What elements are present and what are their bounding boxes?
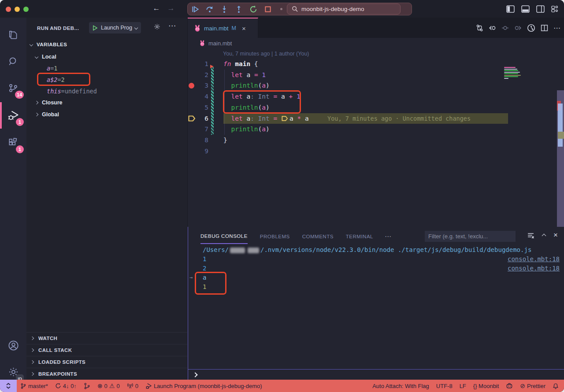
forward-icon[interactable]: → (166, 4, 176, 13)
language-status-item[interactable]: {} Moonbit (470, 383, 503, 389)
tab-problems[interactable]: PROBLEMS (260, 229, 290, 244)
sidebar-item-run-and-debug[interactable]: 1 (0, 104, 26, 127)
tab-debug-console[interactable]: DEBUG CONSOLE (200, 229, 248, 244)
launch-config-dropdown[interactable]: Launch Prog (89, 22, 141, 33)
call-stack-section-header[interactable]: CALL STACK (26, 344, 187, 356)
breakpoints-section-header[interactable]: BREAKPOINTS (26, 368, 187, 380)
breadcrumb[interactable]: main.mbt (188, 38, 564, 48)
console-row[interactable]: /Users//.nvm/versions/node/v22.3.0/bin/n… (188, 245, 564, 255)
gutter[interactable]: 8 (188, 135, 208, 146)
toggle-secondary-sidebar-icon[interactable] (536, 4, 545, 13)
gutter[interactable]: 7 (188, 124, 208, 135)
console-filter[interactable] (425, 231, 516, 242)
step-over-icon[interactable] (202, 3, 217, 15)
restart-icon[interactable] (246, 3, 260, 15)
zoom-window-button[interactable] (23, 7, 29, 12)
copilot-status-item[interactable] (502, 383, 516, 389)
console-row[interactable]: 1console.mbt:18 (188, 255, 564, 264)
customize-layout-icon[interactable] (551, 4, 560, 13)
encoding-status-item[interactable]: UTF-8 (433, 383, 456, 389)
close-window-button[interactable] (6, 7, 11, 12)
loaded-scripts-section-header[interactable]: LOADED SCRIPTS (26, 356, 187, 368)
start-debug-icon[interactable] (92, 25, 98, 31)
commit-graph-icon[interactable] (527, 24, 535, 32)
console-row[interactable]: 2console.mbt:18 (188, 264, 564, 273)
code-line-6[interactable]: 6 let a: Int = a * a (188, 113, 564, 124)
toggle-panel-icon[interactable] (521, 4, 530, 13)
scope-closure[interactable]: Closure (26, 97, 187, 108)
tab-main-mbt[interactable]: main.mbt M × (188, 18, 258, 38)
minimap[interactable] (504, 67, 522, 79)
maximize-panel-icon[interactable] (542, 231, 545, 239)
console-row[interactable]: →a (188, 273, 564, 282)
sidebar-item-search[interactable] (0, 50, 26, 73)
close-panel-icon[interactable]: × (553, 231, 558, 240)
eol-status-item[interactable]: LF (456, 383, 470, 389)
debug-session-status-item[interactable]: Launch Program (moonbit-js-debug-demo) (142, 383, 266, 389)
scrollbar-thumb[interactable] (558, 104, 563, 147)
breadcrumb-file[interactable]: main.mbt (208, 40, 232, 47)
branch-status-item[interactable]: master* (17, 383, 52, 389)
gutter[interactable]: 1 (188, 59, 208, 70)
tab-comments[interactable]: COMMENTS (302, 229, 334, 244)
sync-status-item[interactable]: 4↓ 0↑ (52, 383, 80, 389)
code-line-9[interactable]: 9 (188, 146, 564, 157)
tab-terminal[interactable]: TERMINAL (346, 229, 373, 244)
problems-status-item[interactable]: ⊗ 0 ⚠ 0 (94, 382, 123, 389)
code-line-3[interactable]: 3 println(a) (188, 80, 564, 91)
scope-global[interactable]: Global (26, 109, 187, 120)
previous-change-icon[interactable] (489, 24, 496, 32)
prettier-status-item[interactable]: ⊘ Prettier (516, 382, 549, 389)
open-changes-icon[interactable] (476, 24, 483, 32)
variable-a2[interactable]: a$2 = 2 (26, 74, 187, 85)
code-line-8[interactable]: 8} (188, 135, 564, 146)
code-line-4[interactable]: 4 let a: Int = a + 1 (188, 91, 564, 102)
toggle-primary-sidebar-icon[interactable] (506, 4, 515, 13)
debug-console-output[interactable]: /Users//.nvm/versions/node/v22.3.0/bin/n… (188, 245, 564, 292)
current-change-icon[interactable] (501, 24, 509, 32)
variable-a[interactable]: a = 1 (26, 63, 187, 74)
scope-local[interactable]: Local (26, 51, 187, 63)
gutter[interactable]: 2 (188, 70, 208, 81)
continue-icon[interactable] (188, 3, 202, 15)
clear-console-icon[interactable] (527, 232, 534, 239)
sidebar-item-extensions[interactable]: 1 (0, 131, 26, 154)
step-out-icon[interactable] (231, 3, 246, 15)
back-icon[interactable]: ← (151, 4, 162, 13)
notifications-status-item[interactable] (549, 383, 564, 389)
accounts-button[interactable] (0, 334, 26, 357)
console-filter-input[interactable] (428, 233, 512, 240)
console-row[interactable]: 1 (188, 282, 564, 292)
stop-icon[interactable] (260, 3, 275, 15)
code-line-7[interactable]: 7 println(a) (188, 124, 564, 135)
debug-gear-icon[interactable] (153, 23, 161, 30)
minimize-window-button[interactable] (15, 7, 20, 12)
gutter[interactable]: 3 (188, 80, 208, 91)
toolbar-drag-dot[interactable] (280, 8, 282, 10)
sidebar-item-source-control[interactable]: 14 (0, 77, 26, 100)
variable-this[interactable]: this = undefined (26, 85, 187, 97)
console-source-link[interactable]: console.mbt:18 (508, 264, 560, 273)
split-editor-icon[interactable] (541, 24, 548, 32)
command-center-search[interactable]: moonbit-js-debug-demo (287, 4, 401, 15)
close-icon[interactable]: × (242, 25, 246, 32)
step-into-icon[interactable] (217, 3, 231, 15)
more-actions-icon[interactable]: ⋯ (168, 21, 176, 30)
next-change-icon[interactable] (514, 24, 522, 32)
console-input-row[interactable] (188, 369, 564, 380)
remote-indicator[interactable] (0, 380, 17, 392)
more-actions-icon[interactable]: ⋯ (553, 24, 560, 32)
gutter[interactable]: 4 (188, 91, 208, 102)
console-source-link[interactable]: console.mbt:18 (508, 255, 560, 264)
sidebar-item-explorer[interactable] (0, 24, 26, 47)
git-graph-status-item[interactable] (80, 383, 94, 389)
auto-attach-status-item[interactable]: Auto Attach: With Flag (369, 383, 433, 389)
more-tabs-icon[interactable]: ⋯ (385, 233, 392, 240)
ports-status-item[interactable]: 0 (123, 383, 142, 389)
gutter[interactable]: 5 (188, 102, 208, 113)
gutter[interactable]: 9 (188, 146, 208, 157)
watch-section-header[interactable]: WATCH (26, 332, 187, 344)
code-editor[interactable]: 1fn main {2 let a = 13 println(a)4 let a… (188, 59, 564, 224)
code-line-5[interactable]: 5 println(a) (188, 102, 564, 113)
gutter[interactable]: 6 (188, 113, 208, 124)
